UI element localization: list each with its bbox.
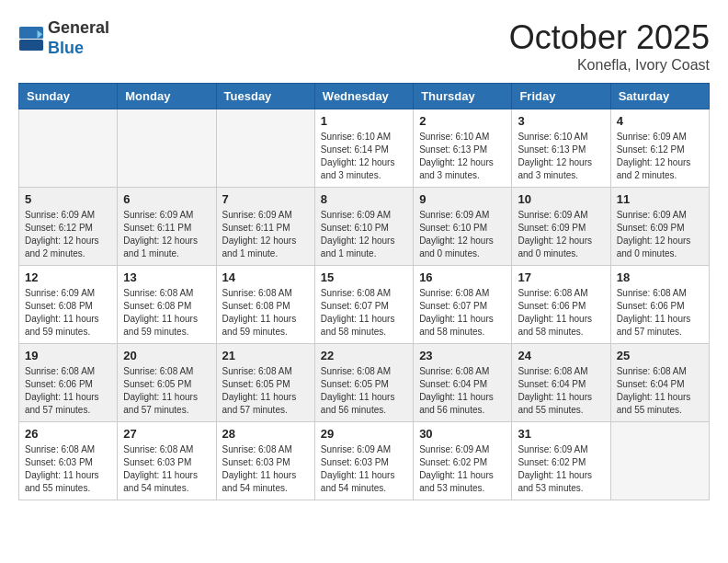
day-number: 31 xyxy=(518,427,604,441)
calendar-day-cell: 28Sunrise: 6:08 AM Sunset: 6:03 PM Dayli… xyxy=(216,422,314,500)
day-info: Sunrise: 6:09 AM Sunset: 6:09 PM Dayligh… xyxy=(518,209,604,260)
day-info: Sunrise: 6:09 AM Sunset: 6:12 PM Dayligh… xyxy=(617,131,703,182)
day-info: Sunrise: 6:09 AM Sunset: 6:10 PM Dayligh… xyxy=(419,209,506,260)
weekday-header: Thursday xyxy=(414,84,512,109)
day-info: Sunrise: 6:09 AM Sunset: 6:09 PM Dayligh… xyxy=(617,209,703,260)
day-number: 22 xyxy=(321,349,407,362)
day-info: Sunrise: 6:08 AM Sunset: 6:04 PM Dayligh… xyxy=(419,365,506,417)
calendar-day-cell: 3Sunrise: 6:10 AM Sunset: 6:13 PM Daylig… xyxy=(512,109,610,188)
day-number: 16 xyxy=(419,270,506,284)
calendar-day-cell: 21Sunrise: 6:08 AM Sunset: 6:05 PM Dayli… xyxy=(216,344,314,422)
calendar-day-cell: 14Sunrise: 6:08 AM Sunset: 6:08 PM Dayli… xyxy=(216,266,314,344)
weekday-header: Saturday xyxy=(610,84,709,109)
day-number: 23 xyxy=(419,349,506,362)
day-info: Sunrise: 6:09 AM Sunset: 6:08 PM Dayligh… xyxy=(25,287,111,339)
calendar-day-cell: 6Sunrise: 6:09 AM Sunset: 6:11 PM Daylig… xyxy=(118,188,216,266)
day-info: Sunrise: 6:08 AM Sunset: 6:08 PM Dayligh… xyxy=(123,287,210,339)
day-info: Sunrise: 6:09 AM Sunset: 6:02 PM Dayligh… xyxy=(518,443,604,495)
day-number: 18 xyxy=(617,270,703,284)
calendar-day-cell: 5Sunrise: 6:09 AM Sunset: 6:12 PM Daylig… xyxy=(19,188,118,266)
day-info: Sunrise: 6:08 AM Sunset: 6:08 PM Dayligh… xyxy=(222,287,309,339)
month-title: October 2025 xyxy=(509,18,710,57)
page-header: General Blue October 2025 Konefla, Ivory… xyxy=(18,18,710,74)
calendar-day-cell: 23Sunrise: 6:08 AM Sunset: 6:04 PM Dayli… xyxy=(414,344,512,422)
calendar-day-cell: 24Sunrise: 6:08 AM Sunset: 6:04 PM Dayli… xyxy=(512,344,610,422)
calendar-day-cell: 31Sunrise: 6:09 AM Sunset: 6:02 PM Dayli… xyxy=(512,422,610,500)
day-info: Sunrise: 6:08 AM Sunset: 6:05 PM Dayligh… xyxy=(222,365,309,417)
weekday-header: Tuesday xyxy=(216,84,314,109)
calendar-day-cell: 29Sunrise: 6:09 AM Sunset: 6:03 PM Dayli… xyxy=(314,422,413,500)
day-info: Sunrise: 6:09 AM Sunset: 6:11 PM Dayligh… xyxy=(222,209,309,260)
calendar-day-cell: 22Sunrise: 6:08 AM Sunset: 6:05 PM Dayli… xyxy=(314,344,413,422)
day-number: 6 xyxy=(123,192,210,206)
calendar-day-cell: 16Sunrise: 6:08 AM Sunset: 6:07 PM Dayli… xyxy=(414,266,512,344)
day-number: 9 xyxy=(419,192,506,206)
day-info: Sunrise: 6:10 AM Sunset: 6:13 PM Dayligh… xyxy=(419,131,506,182)
day-info: Sunrise: 6:08 AM Sunset: 6:07 PM Dayligh… xyxy=(321,287,407,339)
calendar-day-cell: 17Sunrise: 6:08 AM Sunset: 6:06 PM Dayli… xyxy=(512,266,610,344)
day-number: 12 xyxy=(25,270,111,284)
day-info: Sunrise: 6:08 AM Sunset: 6:06 PM Dayligh… xyxy=(25,365,111,417)
day-number: 1 xyxy=(321,114,407,128)
day-number: 4 xyxy=(617,114,703,128)
calendar-day-cell: 26Sunrise: 6:08 AM Sunset: 6:03 PM Dayli… xyxy=(19,422,118,500)
day-number: 13 xyxy=(123,270,210,284)
day-info: Sunrise: 6:08 AM Sunset: 6:04 PM Dayligh… xyxy=(617,365,703,417)
calendar-day-cell xyxy=(19,109,118,188)
day-info: Sunrise: 6:09 AM Sunset: 6:11 PM Dayligh… xyxy=(123,209,210,260)
calendar-day-cell xyxy=(610,422,709,500)
calendar-day-cell: 13Sunrise: 6:08 AM Sunset: 6:08 PM Dayli… xyxy=(118,266,216,344)
day-number: 30 xyxy=(419,427,506,441)
calendar-day-cell: 15Sunrise: 6:08 AM Sunset: 6:07 PM Dayli… xyxy=(314,266,413,344)
day-info: Sunrise: 6:08 AM Sunset: 6:06 PM Dayligh… xyxy=(518,287,604,339)
calendar-week-row: 19Sunrise: 6:08 AM Sunset: 6:06 PM Dayli… xyxy=(19,344,710,422)
calendar-day-cell: 20Sunrise: 6:08 AM Sunset: 6:05 PM Dayli… xyxy=(118,344,216,422)
day-info: Sunrise: 6:10 AM Sunset: 6:13 PM Dayligh… xyxy=(518,131,604,182)
calendar-day-cell: 4Sunrise: 6:09 AM Sunset: 6:12 PM Daylig… xyxy=(610,109,709,188)
calendar-day-cell xyxy=(216,109,314,188)
day-info: Sunrise: 6:09 AM Sunset: 6:02 PM Dayligh… xyxy=(419,443,506,495)
day-info: Sunrise: 6:08 AM Sunset: 6:07 PM Dayligh… xyxy=(419,287,506,339)
day-info: Sunrise: 6:08 AM Sunset: 6:04 PM Dayligh… xyxy=(518,365,604,417)
calendar-day-cell: 19Sunrise: 6:08 AM Sunset: 6:06 PM Dayli… xyxy=(19,344,118,422)
calendar-day-cell: 18Sunrise: 6:08 AM Sunset: 6:06 PM Dayli… xyxy=(610,266,709,344)
calendar-day-cell: 7Sunrise: 6:09 AM Sunset: 6:11 PM Daylig… xyxy=(216,188,314,266)
day-info: Sunrise: 6:09 AM Sunset: 6:10 PM Dayligh… xyxy=(321,209,407,260)
day-number: 8 xyxy=(321,192,407,206)
calendar-day-cell: 1Sunrise: 6:10 AM Sunset: 6:14 PM Daylig… xyxy=(314,109,413,188)
day-info: Sunrise: 6:10 AM Sunset: 6:14 PM Dayligh… xyxy=(321,131,407,182)
day-number: 3 xyxy=(518,114,604,128)
calendar-day-cell: 2Sunrise: 6:10 AM Sunset: 6:13 PM Daylig… xyxy=(414,109,512,188)
day-info: Sunrise: 6:08 AM Sunset: 6:03 PM Dayligh… xyxy=(25,443,111,495)
day-number: 17 xyxy=(518,270,604,284)
day-number: 7 xyxy=(222,192,309,206)
day-number: 24 xyxy=(518,349,604,362)
day-number: 2 xyxy=(419,114,506,128)
day-number: 21 xyxy=(222,349,309,362)
title-block: October 2025 Konefla, Ivory Coast xyxy=(509,18,710,74)
day-info: Sunrise: 6:08 AM Sunset: 6:03 PM Dayligh… xyxy=(123,443,210,495)
day-info: Sunrise: 6:08 AM Sunset: 6:03 PM Dayligh… xyxy=(222,443,309,495)
calendar-day-cell: 25Sunrise: 6:08 AM Sunset: 6:04 PM Dayli… xyxy=(610,344,709,422)
calendar-week-row: 1Sunrise: 6:10 AM Sunset: 6:14 PM Daylig… xyxy=(19,109,710,188)
location: Konefla, Ivory Coast xyxy=(509,57,710,74)
day-number: 5 xyxy=(25,192,111,206)
weekday-header: Wednesday xyxy=(314,84,413,109)
weekday-header-row: SundayMondayTuesdayWednesdayThursdayFrid… xyxy=(19,84,710,109)
calendar-week-row: 12Sunrise: 6:09 AM Sunset: 6:08 PM Dayli… xyxy=(19,266,710,344)
logo-icon xyxy=(18,26,44,52)
day-number: 11 xyxy=(617,192,703,206)
day-number: 26 xyxy=(25,427,111,441)
calendar-day-cell: 30Sunrise: 6:09 AM Sunset: 6:02 PM Dayli… xyxy=(414,422,512,500)
day-number: 28 xyxy=(222,427,309,441)
calendar-day-cell xyxy=(118,109,216,188)
day-info: Sunrise: 6:08 AM Sunset: 6:05 PM Dayligh… xyxy=(321,365,407,417)
day-info: Sunrise: 6:09 AM Sunset: 6:12 PM Dayligh… xyxy=(25,209,111,260)
day-info: Sunrise: 6:08 AM Sunset: 6:06 PM Dayligh… xyxy=(617,287,703,339)
day-info: Sunrise: 6:09 AM Sunset: 6:03 PM Dayligh… xyxy=(321,443,407,495)
calendar-table: SundayMondayTuesdayWednesdayThursdayFrid… xyxy=(18,83,710,500)
calendar-day-cell: 27Sunrise: 6:08 AM Sunset: 6:03 PM Dayli… xyxy=(118,422,216,500)
day-number: 19 xyxy=(25,349,111,362)
day-number: 25 xyxy=(617,349,703,362)
day-info: Sunrise: 6:08 AM Sunset: 6:05 PM Dayligh… xyxy=(123,365,210,417)
